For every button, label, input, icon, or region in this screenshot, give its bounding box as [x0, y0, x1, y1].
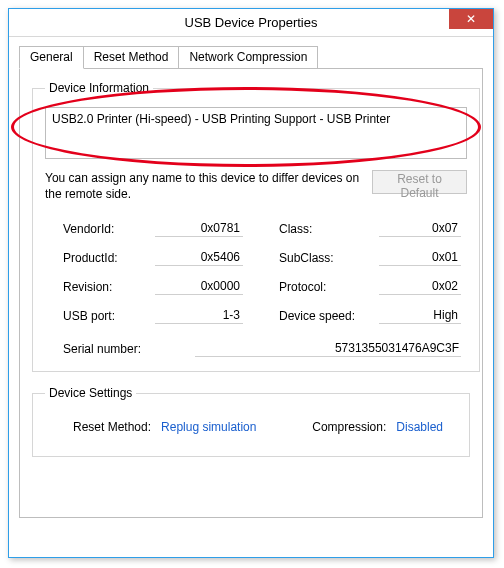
device-name-hint: You can assign any name to this device t… — [45, 170, 364, 202]
label-revision: Revision: — [63, 280, 155, 294]
device-settings-group: Device Settings Reset Method: Replug sim… — [32, 386, 470, 457]
link-compression[interactable]: Disabled — [396, 420, 443, 434]
value-usbport: 1-3 — [155, 307, 243, 324]
value-class: 0x07 — [379, 220, 461, 237]
label-class: Class: — [279, 222, 379, 236]
tab-network-compression[interactable]: Network Compression — [178, 46, 318, 68]
titlebar[interactable]: USB Device Properties ✕ — [9, 9, 493, 37]
label-reset-method: Reset Method: — [73, 420, 151, 434]
value-productid: 0x5406 — [155, 249, 243, 266]
label-speed: Device speed: — [279, 309, 379, 323]
label-serial: Serial number: — [63, 342, 187, 356]
tab-reset-method[interactable]: Reset Method — [83, 46, 180, 68]
tabpanel-general: Device Information You can assign any na… — [19, 68, 483, 518]
client-area: General Reset Method Network Compression… — [9, 37, 493, 528]
value-speed: High — [379, 307, 461, 324]
label-compression: Compression: — [312, 420, 386, 434]
tab-general[interactable]: General — [19, 46, 84, 69]
close-button[interactable]: ✕ — [449, 9, 493, 29]
value-vendorid: 0x0781 — [155, 220, 243, 237]
link-reset-method[interactable]: Replug simulation — [161, 420, 256, 434]
label-vendorid: VendorId: — [63, 222, 155, 236]
device-information-group: Device Information You can assign any na… — [32, 81, 480, 372]
label-subclass: SubClass: — [279, 251, 379, 265]
device-settings-legend: Device Settings — [45, 386, 136, 400]
window-title: USB Device Properties — [185, 15, 318, 30]
reset-method-row: Reset Method: Replug simulation — [73, 420, 256, 434]
label-protocol: Protocol: — [279, 280, 379, 294]
value-serial: 5731355031476A9C3F — [195, 340, 461, 357]
tabstrip: General Reset Method Network Compression — [19, 45, 483, 68]
device-info-grid: VendorId: 0x0781 Class: 0x07 ProductId: … — [63, 220, 461, 324]
label-productid: ProductId: — [63, 251, 155, 265]
value-protocol: 0x02 — [379, 278, 461, 295]
value-subclass: 0x01 — [379, 249, 461, 266]
dialog-window: USB Device Properties ✕ General Reset Me… — [8, 8, 494, 558]
device-information-legend: Device Information — [45, 81, 153, 95]
device-name-textarea[interactable] — [45, 107, 467, 159]
compression-row: Compression: Disabled — [312, 420, 443, 434]
value-revision: 0x0000 — [155, 278, 243, 295]
label-usbport: USB port: — [63, 309, 155, 323]
close-icon: ✕ — [466, 12, 476, 26]
reset-to-default-button[interactable]: Reset to Default — [372, 170, 467, 194]
